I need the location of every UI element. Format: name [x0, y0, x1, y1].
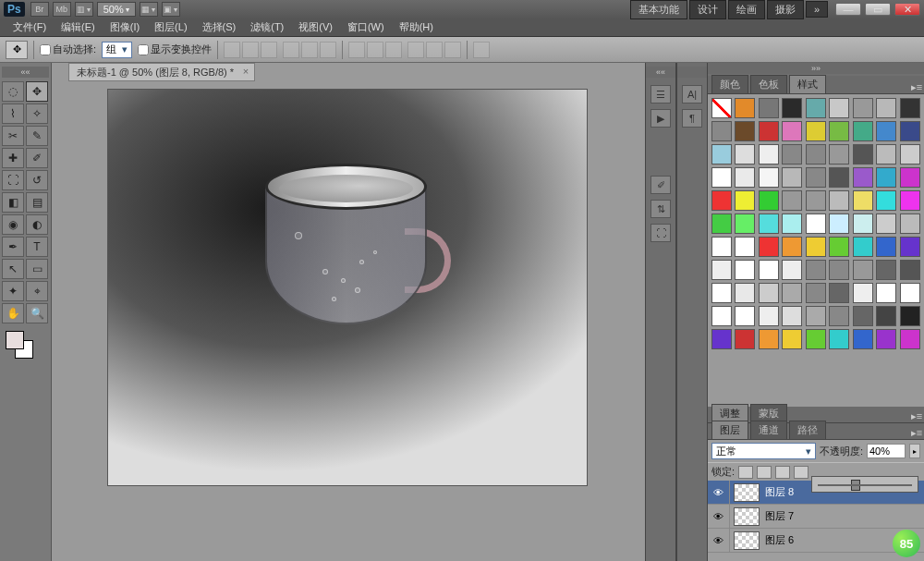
- style-swatch[interactable]: [711, 213, 732, 234]
- style-swatch[interactable]: [853, 190, 873, 211]
- show-transform-checkbox[interactable]: 显示变换控件: [138, 43, 212, 56]
- style-swatch[interactable]: [759, 260, 779, 280]
- style-swatch[interactable]: [782, 260, 802, 280]
- style-swatch[interactable]: [711, 283, 732, 303]
- dist-btn[interactable]: [367, 42, 383, 58]
- screen-mode-dropdown[interactable]: ▥: [75, 2, 93, 17]
- style-swatch[interactable]: [829, 237, 849, 257]
- style-swatch[interactable]: [711, 329, 732, 349]
- menu-edit[interactable]: 编辑(E): [54, 20, 103, 34]
- style-swatch[interactable]: [735, 167, 755, 188]
- type-tool[interactable]: T: [26, 237, 48, 257]
- dist-btn[interactable]: [385, 42, 402, 58]
- lock-transparent-icon[interactable]: [738, 466, 753, 479]
- menu-help[interactable]: 帮助(H): [392, 20, 441, 34]
- tool-presets-icon[interactable]: ⛶: [650, 224, 671, 242]
- style-swatch[interactable]: [806, 237, 826, 257]
- style-swatch[interactable]: [853, 283, 873, 303]
- document-tab[interactable]: 未标题-1 @ 50% (图层 8, RGB/8) *: [68, 63, 255, 81]
- style-swatch[interactable]: [782, 98, 802, 118]
- visibility-icon[interactable]: 👁: [708, 481, 730, 504]
- tab-styles[interactable]: 样式: [789, 75, 826, 93]
- style-swatch[interactable]: [853, 237, 873, 257]
- lock-pixels-icon[interactable]: [757, 466, 772, 479]
- style-swatch[interactable]: [876, 121, 896, 141]
- style-swatch[interactable]: [900, 98, 920, 118]
- style-swatch[interactable]: [782, 306, 802, 326]
- path-select-tool[interactable]: ↖: [2, 259, 24, 279]
- arrange-dropdown[interactable]: ▦: [140, 2, 158, 17]
- style-swatch[interactable]: [876, 213, 896, 234]
- style-swatch[interactable]: [876, 283, 896, 303]
- bridge-icon[interactable]: Br: [30, 2, 49, 17]
- style-swatch[interactable]: [782, 283, 802, 303]
- menu-image[interactable]: 图像(I): [103, 20, 147, 34]
- align-btn[interactable]: [224, 42, 240, 58]
- gradient-tool[interactable]: ▤: [26, 192, 48, 213]
- layer-thumbnail[interactable]: [734, 507, 760, 526]
- dodge-tool[interactable]: ◐: [26, 214, 48, 235]
- style-swatch[interactable]: [806, 213, 826, 234]
- window-minimize-button[interactable]: —: [835, 3, 861, 16]
- tab-paths[interactable]: 路径: [789, 421, 826, 439]
- auto-select-target[interactable]: 组: [102, 42, 132, 58]
- style-swatch[interactable]: [829, 190, 849, 211]
- style-swatch[interactable]: [806, 260, 826, 280]
- tab-channels[interactable]: 通道: [750, 421, 787, 439]
- dist-btn[interactable]: [348, 42, 365, 58]
- style-swatch[interactable]: [782, 329, 802, 349]
- tab-masks[interactable]: 蒙版: [750, 404, 787, 422]
- style-swatch[interactable]: [853, 121, 873, 141]
- style-swatch[interactable]: [806, 98, 826, 118]
- style-swatch[interactable]: [759, 121, 779, 141]
- character-icon[interactable]: A|: [682, 85, 702, 104]
- zoom-tool[interactable]: 🔍: [26, 303, 48, 323]
- style-swatch[interactable]: [829, 167, 849, 188]
- style-swatch[interactable]: [829, 260, 849, 280]
- opacity-value[interactable]: 40%: [867, 444, 906, 458]
- style-swatch[interactable]: [711, 190, 732, 211]
- visibility-icon[interactable]: 👁: [708, 505, 730, 528]
- style-swatch[interactable]: [853, 167, 873, 188]
- canvas[interactable]: [107, 89, 588, 486]
- style-swatch[interactable]: [900, 144, 920, 165]
- layer-name[interactable]: 图层 6: [763, 533, 794, 547]
- crop-tool[interactable]: ✂: [2, 126, 24, 146]
- style-swatch[interactable]: [806, 306, 826, 326]
- lock-position-icon[interactable]: [775, 466, 790, 479]
- heal-tool[interactable]: ✚: [2, 148, 24, 168]
- style-swatch[interactable]: [711, 121, 732, 141]
- workspace-paint[interactable]: 绘画: [728, 0, 765, 19]
- panels-collapse[interactable]: »»: [708, 63, 924, 74]
- style-swatch[interactable]: [876, 260, 896, 280]
- layer-name[interactable]: 图层 7: [763, 509, 794, 523]
- style-swatch[interactable]: [782, 237, 802, 257]
- style-swatch[interactable]: [900, 213, 920, 234]
- zoom-dropdown[interactable]: 50%: [97, 2, 136, 17]
- style-swatch[interactable]: [735, 329, 755, 349]
- history-brush-tool[interactable]: ↺: [26, 170, 48, 190]
- style-swatch[interactable]: [759, 306, 779, 326]
- style-swatch[interactable]: [759, 98, 779, 118]
- style-swatch[interactable]: [853, 260, 873, 280]
- blend-mode-select[interactable]: 正常: [711, 443, 816, 459]
- style-swatch[interactable]: [735, 98, 755, 118]
- style-swatch[interactable]: [782, 121, 802, 141]
- style-swatch[interactable]: [806, 121, 826, 141]
- menu-view[interactable]: 视图(V): [291, 20, 340, 34]
- style-swatch[interactable]: [759, 213, 779, 234]
- wand-tool[interactable]: ✧: [26, 104, 48, 124]
- style-swatch[interactable]: [829, 144, 849, 165]
- style-swatch[interactable]: [853, 98, 873, 118]
- move-tool-icon[interactable]: ✥: [6, 41, 28, 59]
- style-swatch[interactable]: [782, 144, 802, 165]
- style-swatch[interactable]: [711, 260, 732, 280]
- style-swatch[interactable]: [829, 121, 849, 141]
- style-swatch[interactable]: [853, 144, 873, 165]
- layer-row[interactable]: 👁图层 7: [708, 505, 924, 529]
- workspace-more[interactable]: »: [806, 1, 828, 18]
- tab-layers[interactable]: 图层: [711, 421, 748, 439]
- style-swatch[interactable]: [806, 190, 826, 211]
- style-swatch[interactable]: [782, 190, 802, 211]
- style-swatch[interactable]: [735, 190, 755, 211]
